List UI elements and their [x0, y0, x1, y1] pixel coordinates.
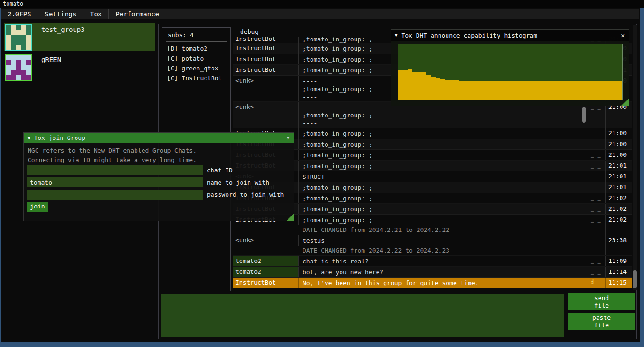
histogram-bar [398, 70, 403, 100]
histogram-bar [548, 81, 553, 100]
paste-file-button[interactable]: pastefile [568, 313, 635, 330]
subs-member-InstructBot[interactable]: [C] InstructBot [162, 73, 230, 83]
window-titlebar[interactable]: tomato [0, 0, 644, 8]
histogram-bar [463, 81, 468, 100]
histogram-bar [449, 80, 454, 100]
group-item-gREEN[interactable]: gREEN [4, 53, 155, 81]
histogram-bar [524, 81, 529, 100]
chat-scrollbar-thumb[interactable] [633, 270, 637, 288]
histogram-bar [445, 80, 450, 100]
join-password-field[interactable] [27, 190, 203, 200]
message-text: ;tomato_in_group: ; [299, 161, 588, 171]
group-item-test_group3[interactable]: test_group3 [4, 23, 155, 51]
chat-id-label: chat ID [207, 167, 233, 174]
histogram-bar [468, 81, 473, 100]
date-changed-row[interactable]: DATE CHANGED from 2024.2.21 to 2024.2.22 [233, 225, 632, 235]
histogram-bar [580, 81, 585, 100]
join-name-field[interactable] [27, 177, 203, 187]
message-status: _ _ [588, 235, 605, 246]
sender-name: InstructBot [233, 65, 299, 75]
histogram-bar [557, 81, 561, 100]
histogram-bar [561, 81, 566, 100]
message-text: STRUCT [299, 171, 588, 182]
message-row[interactable]: InstructBotNo, I've been in this group f… [233, 278, 632, 288]
message-status: _ _ [588, 267, 605, 277]
ngc-hint-line-1: NGC refers to the New DHT enabled Group … [28, 147, 197, 154]
message-status: _ _ [588, 161, 605, 171]
chat-id-field[interactable] [27, 165, 203, 175]
message-time: 21:00 [605, 139, 632, 149]
histogram-bar [510, 81, 515, 100]
join-group-window: ▼ Tox join Group ✕ NGC refers to the New… [23, 132, 294, 221]
histogram-bar [599, 81, 604, 100]
sender-name: InstructBot [233, 54, 299, 64]
message-time: 11:14 [605, 267, 632, 277]
tab-debug[interactable]: debug [240, 28, 258, 35]
histogram-bar [487, 81, 492, 100]
message-text: ;tomato_in_group: ; [299, 139, 588, 149]
message-time [605, 225, 632, 235]
subs-member-potato[interactable]: [C] potato [162, 54, 230, 63]
message-text: ;tomato_in_group: ; [299, 128, 588, 139]
send-file-button[interactable]: sendfile [568, 293, 635, 310]
message-time: 21:01 [605, 171, 632, 182]
histogram-bar [412, 72, 417, 100]
sender-name: <unk> [233, 76, 299, 101]
resize-grip[interactable] [621, 99, 629, 106]
close-icon[interactable]: ✕ [282, 134, 290, 141]
join-button[interactable]: join [27, 202, 48, 212]
message-status [588, 246, 605, 255]
sender-name: tomato2 [233, 256, 299, 266]
message-text: ;tomato_in_group: ; [299, 182, 588, 193]
message-input[interactable] [161, 294, 564, 337]
sender-name: tomato2 [233, 267, 299, 277]
date-changed-text: DATE CHANGED from 2024.2.21 to 2024.2.22 [233, 225, 588, 235]
message-row[interactable]: <unk>testus_ _23:38 [233, 235, 632, 246]
message-text: bot, are you new here? [299, 267, 588, 277]
dht-histogram-title: Tox DHT announce capability histogram [401, 32, 617, 39]
message-status [588, 225, 605, 235]
histogram-bar [426, 75, 431, 100]
menu-item-performance[interactable]: Performance [109, 9, 166, 19]
message-time: 21:02 [605, 204, 632, 214]
resize-grip[interactable] [287, 214, 294, 221]
join-group-titlebar[interactable]: ▼ Tox join Group ✕ [24, 133, 294, 143]
sender-name: InstructBot [233, 43, 299, 54]
histogram-bar [501, 81, 506, 100]
menu-item-tox[interactable]: Tox [83, 9, 108, 19]
collapse-arrow-icon[interactable]: ▼ [395, 33, 397, 38]
date-changed-text: DATE CHANGED from 2024.2.22 to 2024.2.23 [233, 246, 588, 255]
chat-scrollbar[interactable] [633, 25, 637, 290]
group-avatar [5, 24, 32, 51]
message-scrollbar-thumb[interactable] [582, 107, 586, 123]
message-row[interactable]: tomato2chat is this real?_ _11:09 [233, 256, 632, 267]
close-icon[interactable]: ✕ [617, 32, 625, 39]
message-text: ;tomato_in_group: ; [299, 193, 588, 203]
histogram-bar [431, 77, 436, 100]
subs-member-tomato2[interactable]: [D] tomato2 [162, 44, 230, 54]
message-status: _ _ [588, 171, 605, 182]
sender-name: InstructBot [233, 37, 299, 43]
histogram-bar [408, 69, 412, 100]
histogram-bar [440, 79, 445, 100]
subs-member-list: [D] tomato2[C] potato[C] green_qtox[C] I… [162, 44, 230, 83]
subs-member-green_qtox[interactable]: [C] green_qtox [162, 63, 230, 73]
histogram-bar [477, 81, 482, 100]
histogram-bar [566, 81, 571, 100]
histogram-bar [590, 81, 594, 100]
histogram-bar [496, 81, 501, 100]
histogram-bar [492, 81, 496, 100]
message-row[interactable]: tomato2bot, are you new here?_ _11:14 [233, 267, 632, 278]
date-changed-row[interactable]: DATE CHANGED from 2024.2.22 to 2024.2.23 [233, 246, 632, 256]
histogram-bar [417, 72, 422, 100]
message-status: _ _ [588, 215, 605, 225]
ngc-hint-line-2: Connecting via ID might take a very long… [28, 156, 197, 163]
collapse-arrow-icon[interactable]: ▼ [28, 136, 30, 140]
message-status: _ _ [588, 139, 605, 149]
menu-bar: 2.0FPS Settings Tox Performance [1, 9, 639, 19]
histogram-bar [422, 72, 426, 100]
histogram-bar [436, 78, 440, 100]
menu-item-settings[interactable]: Settings [38, 9, 83, 19]
message-time: 21:01 [605, 161, 632, 171]
dht-histogram-titlebar[interactable]: ▼ Tox DHT announce capability histogram … [391, 30, 629, 41]
